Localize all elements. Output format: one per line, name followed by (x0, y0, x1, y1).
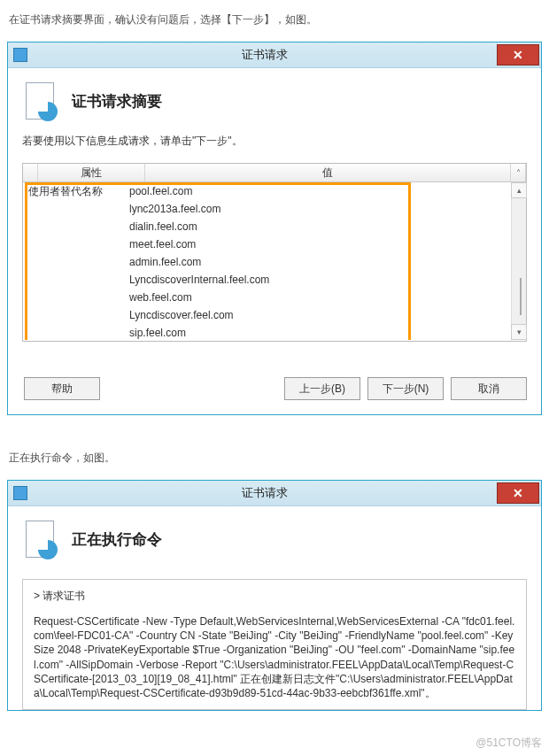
titlebar: 证书请求 ✕ (8, 42, 541, 68)
scroll-thumb[interactable] (520, 278, 522, 315)
next-button[interactable]: 下一步(N) (367, 377, 444, 400)
intro-text-1: 在证书请求摘要界面，确认没有问题后，选择【下一步】，如图。 (9, 12, 542, 27)
scroll-down-icon[interactable]: ▾ (511, 324, 527, 340)
vertical-scrollbar[interactable]: ▴ ▾ (511, 182, 526, 340)
task-output: 请求证书 Request-CSCertificate -New -Type De… (22, 579, 527, 710)
page-heading: 正在执行命令 (72, 529, 162, 550)
chevron-up-icon: ˄ (516, 168, 521, 178)
window-title: 证书请求 (33, 47, 497, 63)
cancel-button[interactable]: 取消 (451, 377, 527, 400)
table-row: lync2013a.feel.com (23, 200, 526, 218)
command-output: Request-CSCertificate -New -Type Default… (34, 614, 515, 700)
scroll-header-gap: ˄ (511, 164, 526, 181)
col-value[interactable]: 值 (145, 164, 511, 181)
titlebar: 证书请求 ✕ (8, 481, 541, 506)
window-title: 证书请求 (33, 485, 497, 501)
executing-dialog: 证书请求 ✕ 正在执行命令 请求证书 Request-CSCertificate… (7, 480, 542, 711)
table-row: admin.feel.com (23, 253, 526, 271)
table-row: LyncdiscoverInternal.feel.com (23, 271, 526, 289)
back-button[interactable]: 上一步(B) (284, 377, 360, 400)
col-attribute[interactable]: 属性 (38, 164, 145, 181)
watermark: @51CTO博客 (476, 736, 542, 751)
close-icon: ✕ (513, 486, 523, 500)
table-row: dialin.feel.com (23, 218, 526, 235)
window-icon (13, 486, 27, 500)
summary-grid: 属性 值 ˄ 使用者替代名称pool.feel.com lync2013a.fe… (22, 163, 527, 342)
grid-header: 属性 值 ˄ (23, 164, 526, 182)
cert-request-dialog: 证书请求 ✕ 证书请求摘要 若要使用以下信息生成请求，请单击"下一步"。 属性 … (7, 42, 542, 415)
page-heading: 证书请求摘要 (72, 91, 162, 112)
wizard-icon (22, 81, 63, 121)
window-icon (13, 48, 27, 62)
help-button[interactable]: 帮助 (24, 377, 100, 400)
wizard-icon (22, 519, 63, 559)
table-row: meet.feel.com (23, 235, 526, 253)
task-title: 请求证书 (34, 589, 515, 604)
table-row: 使用者替代名称pool.feel.com (23, 182, 526, 200)
table-row: sip.feel.com (23, 324, 526, 340)
intro-text-2: 正在执行命令，如图。 (9, 451, 542, 466)
close-icon: ✕ (513, 48, 523, 62)
scroll-up-icon[interactable]: ▴ (511, 182, 527, 198)
table-row: web.feel.com (23, 289, 526, 306)
close-button[interactable]: ✕ (497, 482, 539, 504)
instruction-text: 若要使用以下信息生成请求，请单击"下一步"。 (22, 134, 527, 149)
close-button[interactable]: ✕ (497, 44, 539, 66)
table-row: Lyncdiscover.feel.com (23, 306, 526, 324)
